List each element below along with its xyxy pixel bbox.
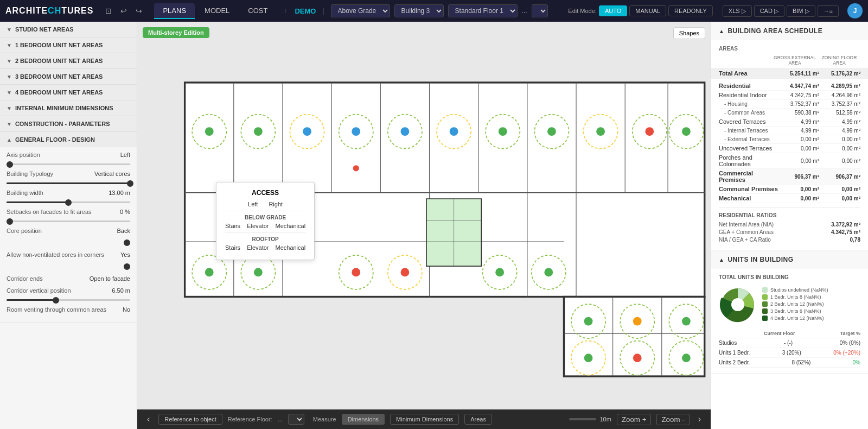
below-mechanical-option[interactable]: Mechanical (275, 223, 305, 229)
tab-model[interactable]: MODEL (196, 3, 238, 19)
access-left-option[interactable]: Left (248, 201, 258, 207)
bottom-bar: ‹ Reference to object Reference Floor: .… (137, 409, 711, 429)
building-typology-label: Building Typology (7, 171, 53, 177)
save-icon[interactable]: ⊡ (103, 5, 114, 16)
3bedr-legend-dot (762, 308, 768, 314)
setbacks-label: Setbacks on facades to fit areas (7, 209, 92, 215)
uncovered-terraces-label: Uncovered Terraces (719, 145, 778, 152)
dimensions-button[interactable]: Dimensions (342, 414, 385, 425)
residential-indoor-row: Residential Indoor 4.342,75 m² 4.264,96 … (719, 91, 860, 100)
porches-label: Porches and Colonnades (719, 154, 778, 167)
4bed-section-header[interactable]: ▼ 4 BEDROOM UNIT NET AREAS (0, 85, 137, 100)
svg-point-48 (352, 268, 360, 277)
core-toggle[interactable] (124, 239, 130, 246)
below-grade-label: BELOW GRADE (225, 211, 305, 220)
corridor-vertical-slider[interactable] (7, 299, 130, 301)
list-export-button[interactable]: →≡ (818, 5, 839, 17)
residential-ratios: RESIDENTIAL RATIOS Net Internal Area (NI… (719, 207, 860, 243)
user-avatar[interactable]: J (847, 3, 863, 18)
internal-terraces-row: - Internal Terraces 4,99 m² 4,99 m² (719, 127, 860, 135)
communal-premises-label: Communal Premises (719, 186, 778, 192)
topbar: ARCHITECHTURES ⊡ ↩ ↪ PLANS MODEL COST ↑ … (0, 0, 868, 22)
1bedr-legend-dot (762, 294, 768, 300)
ratio-label: NIA / GEA + CA Ratio (719, 237, 771, 243)
corridor-ends-value: Open to facade (90, 275, 130, 282)
total-area-label: Total Area (719, 70, 778, 77)
general-section-header[interactable]: ▲ GENERAL FLOOR - DESIGN (0, 132, 137, 147)
access-right-option[interactable]: Right (269, 201, 283, 207)
svg-point-69 (731, 298, 744, 311)
total-units-title: TOTAL UNITS IN BUILDING (719, 274, 860, 280)
corridor-vertical-row: Corridor vertical position 6.50 m (7, 287, 130, 294)
housing-zoning: 3.752,37 m² (819, 101, 860, 107)
xls-export-button[interactable]: XLS ▷ (723, 5, 752, 17)
building-width-slider[interactable] (7, 201, 130, 203)
svg-point-24 (254, 127, 263, 136)
rooftop-stairs-option[interactable]: Stairs (225, 244, 240, 251)
tab-plans[interactable]: PLANS (154, 3, 195, 19)
bim-export-button[interactable]: BIM ▷ (787, 5, 815, 17)
building-dropdown[interactable]: Building 3 (394, 4, 444, 17)
axis-position-label: Axis position (7, 152, 40, 158)
svg-point-46 (254, 268, 263, 277)
areas-button[interactable]: Areas (464, 414, 492, 425)
non-ventilated-toggle[interactable] (124, 263, 130, 270)
undo-icon[interactable]: ↩ (118, 5, 129, 16)
pie-chart (719, 286, 757, 324)
left-sidebar: ▼ STUDIO NET AREAS ▼ 1 BEDROOM UNIT NET … (0, 22, 137, 429)
sidebar-section-2bed: ▼ 2 BEDROOM UNIT NET AREAS (0, 53, 137, 69)
svg-point-67 (353, 165, 359, 171)
shapes-button[interactable]: Shapes (673, 27, 705, 39)
allow-non-ventilated-label: Allow non-ventilated cores in corners (7, 251, 104, 258)
sidebar-section-studio: ▼ STUDIO NET AREAS (0, 22, 137, 37)
svg-point-22 (205, 127, 214, 136)
zoom-plus-button[interactable]: Zoom + (617, 414, 652, 425)
edit-manual-button[interactable]: MANUAL (629, 5, 666, 16)
rooftop-mechanical-option[interactable]: Mechanical (275, 244, 305, 251)
svg-point-30 (401, 127, 410, 136)
internal-section-header[interactable]: ▼ INTERNAL MINIMUM DIMENSIONS (0, 100, 137, 116)
chart-legend: Studios undefined (NaN%) 1 Bedr. Units 8… (762, 287, 860, 323)
more-options[interactable]: ... (522, 7, 527, 15)
svg-point-40 (645, 127, 654, 136)
2bed-section-header[interactable]: ▼ 2 BEDROOM UNIT NET AREAS (0, 53, 137, 68)
floor-dropdown[interactable]: Standard Floor 1 (448, 4, 518, 17)
mechanical-zoning: 0,00 m² (819, 195, 860, 201)
studio-section-header[interactable]: ▼ STUDIO NET AREAS (0, 22, 137, 37)
nav-right-arrow[interactable]: › (695, 413, 704, 425)
setbacks-slider[interactable] (7, 220, 130, 222)
redo-icon[interactable]: ↪ (133, 5, 144, 16)
4bedr-legend-dot (762, 316, 768, 321)
building-area-schedule-header[interactable]: ▲ BUILDING AREA SCHEDULE (711, 22, 868, 40)
corridor-vertical-label: Corridor vertical position (7, 287, 71, 294)
view-dropdown[interactable] (532, 4, 548, 17)
edit-auto-button[interactable]: AUTO (599, 5, 627, 16)
zoom-minus-button[interactable]: Zoom - (656, 414, 689, 425)
reference-floor-dropdown[interactable] (288, 414, 304, 425)
building-typology-value: Vertical cores (94, 171, 130, 177)
studios-table-row: Studios - (-) 0% (0%) (719, 338, 860, 348)
below-stairs-option[interactable]: Stairs (225, 223, 240, 229)
tab-cost[interactable]: COST (239, 3, 276, 19)
grade-dropdown[interactable]: Above Grade (331, 4, 390, 17)
scale-bar-visual (569, 418, 596, 420)
residential-row: Residential 4.347,74 m² 4.269,95 m² (719, 81, 860, 91)
min-dimensions-button[interactable]: Minimum Dimensions (390, 414, 459, 425)
reference-to-object-button[interactable]: Reference to object (158, 414, 222, 425)
svg-rect-1 (564, 296, 704, 376)
building-area-schedule-title: BUILDING AREA SCHEDULE (727, 27, 822, 35)
gea-value: 4.342,75 m² (831, 229, 860, 235)
cad-export-button[interactable]: CAD ▷ (754, 5, 784, 17)
edit-readonly-button[interactable]: READONLY (668, 5, 713, 16)
legend-3bedr: 3 Bedr. Units 8 (NaN%) (762, 308, 860, 314)
construction-section-header[interactable]: ▼ CONSTRUCTION - PARAMETERS (0, 116, 137, 131)
rooftop-elevator-option[interactable]: Elevator (247, 244, 269, 251)
svg-point-50 (401, 268, 410, 277)
3bed-section-header[interactable]: ▼ 3 BEDROOM UNIT NET AREAS (0, 69, 137, 84)
below-elevator-option[interactable]: Elevator (247, 223, 269, 229)
units-in-building-header[interactable]: ▲ UNITS IN BUILDING (711, 250, 868, 269)
1bed-section-header[interactable]: ▼ 1 BEDROOM UNIT NET AREAS (0, 37, 137, 53)
core-position-row: Core position Back (7, 228, 130, 234)
nav-left-arrow[interactable]: ‹ (144, 413, 153, 425)
legend-1bedr: 1 Bedr. Units 8 (NaN%) (762, 294, 860, 300)
